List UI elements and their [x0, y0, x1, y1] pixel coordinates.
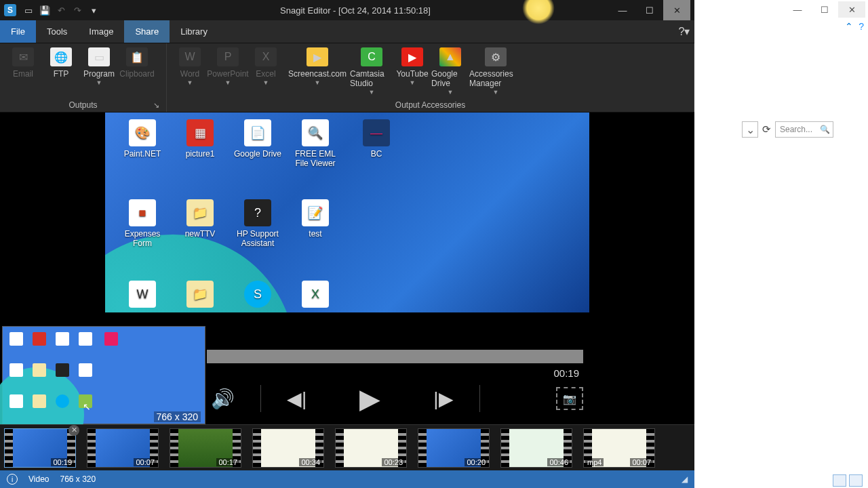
powerpoint-icon: P: [217, 47, 239, 66]
email-icon: ✉: [12, 47, 34, 66]
outputs-launcher-icon[interactable]: ↘: [153, 101, 159, 110]
maximize-button[interactable]: ☐: [636, 0, 663, 20]
tab-image[interactable]: Image: [78, 20, 124, 43]
qat-save-icon[interactable]: 💾: [39, 4, 51, 16]
bg-view-switcher: [833, 474, 863, 487]
gear-icon: ⚙: [485, 47, 507, 66]
bc-icon: —: [363, 119, 390, 146]
output-email: ✉Email: [4, 46, 42, 80]
output-camtasia[interactable]: CCamtasia Studio▼: [350, 46, 393, 97]
output-screencast[interactable]: ▶Screencast.com▼: [285, 46, 350, 87]
volume-icon[interactable]: 🔊: [211, 388, 235, 410]
output-gdrive[interactable]: ▲Google Drive▼: [431, 46, 469, 97]
output-ftp[interactable]: 🌐FTP: [42, 46, 80, 80]
search-input[interactable]: Search... 🔍: [775, 121, 833, 138]
thumbnail-overview[interactable]: ↖ 766 x 320: [2, 326, 205, 424]
app-logo-icon[interactable]: S: [4, 4, 16, 16]
capture-frame-button[interactable]: 📷: [556, 387, 583, 410]
accessories-group-label: Output Accessories: [395, 100, 465, 110]
accessories-manager[interactable]: ⚙Accessories Manager▼: [469, 46, 522, 97]
screencast-icon: ▶: [307, 47, 328, 66]
refresh-icon[interactable]: ⟳: [762, 123, 771, 136]
tray-close-icon[interactable]: ✕: [68, 425, 79, 436]
tab-library[interactable]: Library: [170, 20, 218, 43]
close-button[interactable]: ✕: [663, 0, 690, 20]
video-player-controls: 00:19 🔊 ◀| ▶ |▶ 📷: [207, 350, 604, 424]
resize-grip-icon[interactable]: ◢: [682, 474, 688, 484]
tray-item-3[interactable]: 00:34: [252, 428, 324, 468]
search-placeholder: Search...: [780, 125, 812, 134]
gdrive-icon: ▲: [439, 47, 461, 66]
snagit-editor-window: S ▭ 💾 ↶ ↷ ▾ Snagit Editor - [Oct 24, 201…: [0, 0, 694, 488]
qat-redo-icon[interactable]: ↷: [71, 4, 83, 16]
skype-icon: S: [244, 281, 271, 308]
expenses-icon: ■: [129, 199, 156, 226]
cursor-icon: ↖: [83, 401, 91, 412]
youtube-icon: ▶: [401, 47, 423, 66]
info-icon[interactable]: i: [7, 474, 18, 485]
program-icon: ▭: [88, 47, 110, 66]
ribbon-share: ✉Email 🌐FTP ▭Program▼ 📋Clipboard Outputs…: [0, 43, 694, 113]
qat-more-icon[interactable]: ▾: [87, 4, 100, 16]
word-doc-icon: W: [129, 281, 156, 308]
view-thumbs-button[interactable]: [849, 474, 863, 487]
tab-share[interactable]: Share: [124, 20, 170, 43]
output-clipboard: 📋Clipboard: [118, 46, 156, 80]
recent-captures-tray: ✕ 00:19 00:07 00:17 00:34 00:23 00:20 00…: [0, 424, 694, 470]
canvas-area: 🎨Paint.NET ▦picture1 📄Google Drive 🔍FREE…: [0, 113, 694, 424]
output-word: WWord▼: [171, 46, 209, 87]
chevron-up-icon[interactable]: ⌃: [845, 21, 853, 32]
status-type: Video: [28, 474, 49, 484]
picture1-icon: ▦: [186, 119, 214, 146]
menu-tabs: File Tools Image Share Library ?▾: [0, 20, 694, 43]
view-details-button[interactable]: [833, 474, 846, 487]
excel-doc-icon: X: [302, 281, 329, 308]
output-youtube[interactable]: ▶YouTube▼: [393, 46, 431, 87]
output-excel: XExcel▼: [247, 46, 285, 87]
excel-icon: X: [255, 47, 277, 66]
tab-tools[interactable]: Tools: [36, 20, 78, 43]
tray-item-6[interactable]: 00:46: [500, 428, 572, 468]
qat-undo-icon[interactable]: ↶: [55, 4, 67, 16]
outputs-group-label: Outputs: [68, 100, 97, 110]
overview-dimensions: 766 x 320: [154, 411, 201, 422]
prev-frame-button[interactable]: ◀|: [287, 388, 307, 410]
tray-item-4[interactable]: 00:23: [335, 428, 407, 468]
play-button[interactable]: ▶: [359, 383, 380, 414]
search-icon: 🔍: [820, 125, 830, 134]
help-dropdown[interactable]: ?▾: [674, 20, 694, 43]
test-icon: 📝: [302, 199, 329, 226]
bg-toolbar: ⌃ ?: [694, 19, 868, 34]
bg-close-button[interactable]: ✕: [838, 1, 865, 18]
tab-file[interactable]: File: [0, 20, 36, 43]
address-dropdown[interactable]: ⌄: [742, 121, 758, 138]
video-preview[interactable]: 🎨Paint.NET ▦picture1 📄Google Drive 🔍FREE…: [105, 113, 589, 312]
word-icon: W: [179, 47, 201, 66]
output-powerpoint: PPowerPoint▼: [209, 46, 247, 87]
qat-new-icon[interactable]: ▭: [22, 4, 35, 16]
time-display: 00:19: [207, 367, 583, 379]
title-bar: S ▭ 💾 ↶ ↷ ▾ Snagit Editor - [Oct 24, 201…: [0, 0, 694, 20]
eml-viewer-icon: 🔍: [302, 119, 329, 146]
minimize-button[interactable]: —: [609, 0, 636, 20]
tray-item-1[interactable]: 00:07: [87, 428, 159, 468]
tray-item-7[interactable]: mp400:07: [583, 428, 655, 468]
output-program[interactable]: ▭Program▼: [80, 46, 118, 87]
seek-bar[interactable]: [207, 350, 583, 363]
gdrive-desktop-icon: 📄: [244, 119, 271, 146]
bg-address-row: ⌄ ⟳ Search... 🔍: [694, 121, 863, 138]
tray-item-2[interactable]: 00:17: [170, 428, 241, 468]
camtasia-icon: C: [361, 47, 382, 66]
help-icon[interactable]: ?: [859, 21, 864, 32]
status-bar: i Video 766 x 320 ◢: [0, 470, 694, 488]
tray-item-0[interactable]: ✕ 00:19: [4, 428, 76, 468]
bg-minimize-button[interactable]: —: [784, 1, 811, 18]
status-dimensions: 766 x 320: [60, 474, 96, 484]
ftp-icon: 🌐: [50, 47, 72, 66]
hp-support-icon: ?: [244, 199, 271, 226]
tray-item-5[interactable]: 00:20: [418, 428, 490, 468]
paintnet-icon: 🎨: [129, 119, 156, 146]
next-frame-button[interactable]: |▶: [433, 388, 453, 410]
bg-maximize-button[interactable]: ☐: [811, 1, 838, 18]
bg-titlebar: — ☐ ✕: [694, 0, 868, 19]
